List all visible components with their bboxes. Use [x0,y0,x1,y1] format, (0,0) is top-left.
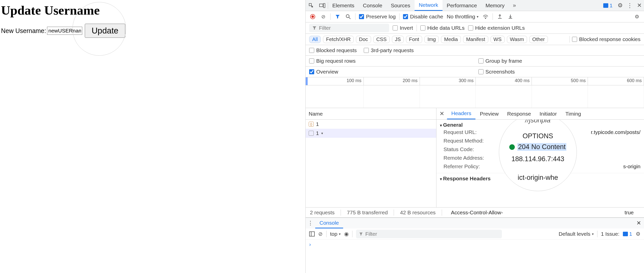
detail-tab-initiator[interactable]: Initiator [535,108,561,119]
issues-label: 1 Issue: [601,231,620,237]
request-row[interactable]: {}1 [306,120,436,129]
filter-input[interactable] [319,25,386,31]
type-chip-media[interactable]: Media [441,36,461,43]
type-chip-font[interactable]: Font [406,36,422,43]
throttling-select[interactable]: No throttling [447,14,478,20]
divider [399,13,399,20]
clear-console-icon[interactable]: ⊘ [318,231,323,237]
time-mark: 500 ms [532,77,588,85]
request-row[interactable]: 1 [306,129,436,138]
console-filter-input[interactable] [365,231,499,237]
clear-icon[interactable]: ⊘ [320,13,327,20]
third-party-checkbox[interactable]: 3rd-party requests [364,47,414,53]
svg-rect-1 [319,4,323,7]
console-filter-box[interactable] [356,230,502,238]
type-chip-css[interactable]: CSS [373,36,390,43]
console-issues-badge[interactable]: 1 [623,231,632,237]
divider [493,13,493,20]
group-frame-checkbox[interactable]: Group by frame [478,58,522,64]
tab-console[interactable]: Console [359,0,387,11]
close-devtools-icon[interactable]: ✕ [634,2,644,9]
divider [352,231,352,237]
username-label: New Username: [1,27,46,35]
invert-checkbox[interactable]: Invert [393,25,413,31]
detail-tab-headers[interactable]: Headers [447,108,475,119]
close-details-icon[interactable]: ✕ [436,110,447,117]
filter-box[interactable] [309,24,389,32]
json-icon: {} [309,122,314,127]
divider [355,13,355,20]
filter-toggle-icon[interactable] [334,13,341,20]
detail-tab-timing[interactable]: Timing [561,108,585,119]
request-url-label: Request URL: [444,129,508,135]
console-settings-icon[interactable]: ⚙ [636,231,640,237]
name-column-header[interactable]: Name [306,108,436,120]
timeline-ruler[interactable]: 100 ms200 ms300 ms400 ms500 ms600 ms [306,77,644,85]
type-chip-fetch-xhr[interactable]: Fetch/XHR [323,36,354,43]
tab-memory[interactable]: Memory [481,0,509,11]
kebab-icon[interactable]: ⋮ [625,2,634,9]
username-input[interactable] [47,27,82,35]
inspect-icon[interactable] [306,3,317,8]
detail-tab-preview[interactable]: Preview [475,108,503,119]
overview-checkbox[interactable]: Overview [309,69,338,75]
update-button[interactable]: Update [85,24,125,38]
hide-data-urls-checkbox[interactable]: Hide data URLs [420,25,465,31]
device-icon[interactable] [317,3,328,8]
tab-performance[interactable]: Performance [442,0,481,11]
network-settings-icon[interactable]: ⚙ [633,13,640,20]
referrer-policy-label: Referrer Policy: [444,163,508,169]
preserve-log-checkbox[interactable]: Preserve log [359,14,396,20]
screenshots-checkbox[interactable]: Screenshots [478,69,515,75]
tab-sources[interactable]: Sources [387,0,415,11]
import-icon[interactable] [496,13,503,20]
request-method-label: Request Method: [444,138,508,144]
close-drawer-icon[interactable]: ✕ [633,220,644,226]
type-chip-manifest[interactable]: Manifest [463,36,488,43]
divider [597,231,597,237]
live-expression-icon[interactable]: ◉ [344,231,349,237]
type-chip-doc[interactable]: Doc [356,36,371,43]
network-conditions-icon[interactable] [482,13,489,20]
context-select[interactable]: top [330,231,341,237]
drawer-kebab-icon[interactable]: ⋮ [306,220,315,226]
request-name: 1 [316,130,319,136]
more-tabs-icon[interactable]: » [509,2,520,9]
time-mark: 600 ms [588,77,644,85]
log-levels-select[interactable]: Default levels [559,231,594,237]
export-icon[interactable] [507,13,514,20]
tab-elements[interactable]: Elements [328,0,359,11]
doc-icon [309,131,314,136]
time-mark: 200 ms [364,77,420,85]
type-chip-all[interactable]: All [309,36,321,43]
blocked-cookies-checkbox[interactable]: Blocked response cookies [572,36,640,42]
hide-ext-urls-checkbox[interactable]: Hide extension URLs [468,25,525,31]
console-prompt[interactable]: › [306,240,644,249]
console-tab[interactable]: Console [315,218,343,228]
type-chip-img[interactable]: Img [424,36,439,43]
svg-rect-6 [309,232,314,236]
access-control-key: Access-Control-Allow- [448,210,619,216]
status-code-label: Status Code: [444,146,508,152]
divider [326,231,327,237]
tab-network[interactable]: Network [415,0,442,11]
type-chip-ws[interactable]: WS [491,36,505,43]
disable-cache-checkbox[interactable]: Disable cache [403,14,443,20]
issues-badge[interactable]: 1 [600,3,615,9]
detail-tab-response[interactable]: Response [503,108,535,119]
sidebar-toggle-icon[interactable] [309,231,315,236]
type-chip-js[interactable]: JS [392,36,404,43]
status-requests: 2 requests [310,210,341,216]
record-icon[interactable] [309,13,316,20]
big-rows-checkbox[interactable]: Big request rows [309,58,355,64]
waterfall-area[interactable] [306,85,644,108]
access-control-value: true [625,210,640,216]
type-chip-other[interactable]: Other [529,36,548,43]
funnel-icon [359,232,363,236]
type-chip-wasm[interactable]: Wasm [507,36,527,43]
blocked-requests-checkbox[interactable]: Blocked requests [309,47,357,53]
request-name: 1 [316,121,319,127]
divider [417,25,417,31]
settings-icon[interactable]: ⚙ [615,2,625,9]
search-icon[interactable] [345,13,352,20]
